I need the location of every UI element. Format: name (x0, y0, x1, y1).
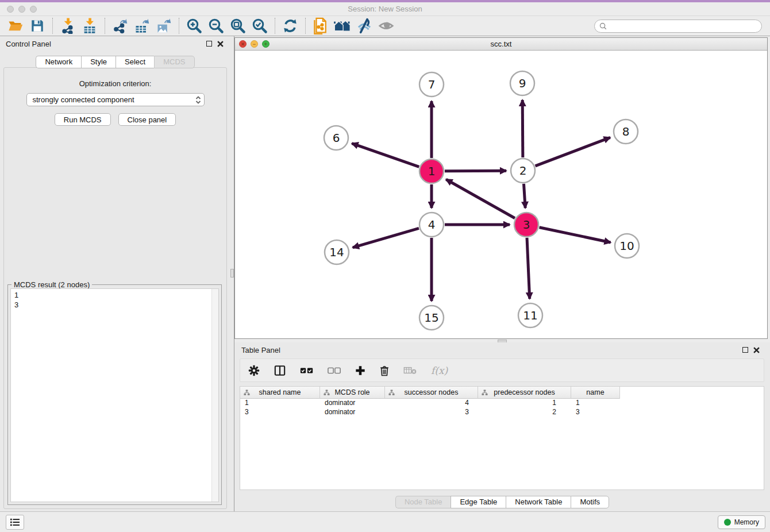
table-cell[interactable]: dominator (320, 408, 385, 417)
table-cell[interactable]: 1 (571, 399, 620, 408)
open-session-button[interactable] (5, 17, 26, 35)
column-header-predecessor-nodes[interactable]: predecessor nodes (478, 387, 571, 399)
run-mcds-button[interactable]: Run MCDS (55, 113, 111, 126)
tab-mcds[interactable]: MCDS (154, 56, 194, 68)
table-row[interactable]: 3dominator323 (240, 408, 764, 417)
delete-column-button[interactable] (379, 365, 390, 376)
table-cell[interactable]: 1 (240, 399, 320, 408)
table-cell[interactable]: 2 (478, 408, 571, 417)
node-table: shared nameMCDS rolesuccessor nodesprede… (240, 386, 764, 490)
tab-node-table[interactable]: Node Table (395, 496, 451, 508)
tab-style[interactable]: Style (81, 56, 116, 68)
edge-1-to-2[interactable] (445, 171, 506, 171)
column-header-successor-nodes[interactable]: successor nodes (385, 387, 478, 399)
column-header-shared-name[interactable]: shared name (240, 387, 320, 399)
edge-2-to-9[interactable] (522, 100, 523, 157)
new-network-from-selection-button[interactable] (310, 17, 332, 35)
search-input[interactable] (610, 22, 757, 30)
graph-node-1[interactable]: 1 (419, 159, 444, 183)
tab-select[interactable]: Select (116, 56, 154, 68)
float-panel-icon[interactable] (742, 347, 748, 353)
import-network-icon (60, 18, 76, 34)
table-row[interactable]: 1dominator411 (240, 399, 764, 408)
export-network-button[interactable] (109, 17, 131, 35)
search-box[interactable] (594, 20, 762, 33)
graph-node-11[interactable]: 11 (518, 303, 542, 327)
result-scrollbar[interactable] (211, 289, 218, 502)
memory-button[interactable]: Memory (718, 515, 765, 529)
memory-label: Memory (734, 518, 759, 526)
graph-node-7[interactable]: 7 (419, 72, 444, 97)
tab-network-table[interactable]: Network Table (506, 496, 571, 508)
edge-3-to-11[interactable] (527, 238, 530, 299)
gear-icon (248, 365, 260, 376)
unselect-all-columns-button[interactable] (328, 367, 341, 374)
toolbar-separator (305, 18, 306, 34)
import-table-button[interactable] (79, 17, 101, 35)
network-graph[interactable]: 7968124314101511 (235, 51, 767, 338)
network-window-titlebar[interactable]: ✕ − + scc.txt (235, 38, 767, 51)
save-session-button[interactable] (26, 17, 48, 35)
apply-layout-button[interactable] (279, 17, 301, 35)
edge-3-to-1[interactable] (446, 179, 515, 218)
graph-node-6[interactable]: 6 (324, 126, 348, 150)
save-icon (30, 18, 45, 33)
mcds-panel: Optimization criterion: strongly connect… (3, 67, 227, 509)
graph-node-10[interactable]: 10 (615, 234, 639, 258)
import-network-button[interactable] (57, 17, 79, 35)
tab-edge-table[interactable]: Edge Table (451, 496, 506, 508)
edge-3-to-10[interactable] (540, 228, 611, 242)
node-label: 4 (428, 218, 436, 232)
edge-1-to-6[interactable] (352, 144, 419, 167)
column-header-name[interactable]: name (571, 387, 620, 399)
table-cell[interactable]: dominator (320, 399, 385, 408)
function-builder-button-disabled: f(x) (431, 365, 448, 376)
graph-node-8[interactable]: 8 (614, 119, 638, 144)
graph-node-4[interactable]: 4 (419, 213, 444, 237)
splitter-handle[interactable] (230, 269, 234, 277)
first-neighbors-button[interactable] (332, 17, 353, 35)
toolbar-separator (275, 18, 275, 34)
graph-node-15[interactable]: 15 (419, 306, 444, 330)
zoom-out-button[interactable] (205, 17, 227, 35)
graph-node-3[interactable]: 3 (514, 213, 538, 237)
zoom-selected-button[interactable] (249, 17, 271, 35)
table-cell[interactable]: 1 (478, 399, 571, 408)
table-toolbar: f(x) (240, 358, 764, 382)
tab-motifs[interactable]: Motifs (571, 496, 609, 508)
criterion-select[interactable]: strongly connected component (26, 93, 205, 106)
column-header-MCDS-role[interactable]: MCDS role (320, 387, 385, 399)
float-panel-icon[interactable] (206, 41, 212, 47)
graph-node-2[interactable]: 2 (511, 159, 535, 183)
checked-boxes-icon (300, 367, 314, 374)
edge-2-to-3[interactable] (523, 184, 525, 208)
node-label: 10 (619, 239, 634, 253)
graph-node-9[interactable]: 9 (510, 71, 534, 95)
select-all-columns-button[interactable] (300, 367, 314, 374)
table-cell[interactable]: 3 (571, 408, 620, 417)
show-column-panel-button[interactable] (274, 365, 286, 376)
graph-node-14[interactable]: 14 (325, 240, 349, 264)
close-panel-icon[interactable] (217, 41, 224, 47)
export-table-button[interactable] (131, 17, 153, 35)
export-image-button[interactable] (153, 17, 175, 35)
edge-4-to-14[interactable] (353, 228, 419, 247)
network-canvas[interactable]: 7968124314101511 (235, 51, 767, 338)
table-cell[interactable]: 3 (240, 408, 320, 417)
show-task-history-button[interactable] (6, 515, 24, 530)
create-column-button[interactable] (355, 365, 365, 376)
zoom-fit-button[interactable] (227, 17, 249, 35)
tab-network[interactable]: Network (36, 56, 81, 68)
zoom-in-button[interactable] (183, 17, 205, 35)
edge-2-to-8[interactable] (536, 137, 610, 166)
birds-eye-view-button[interactable] (375, 17, 397, 35)
vertical-splitter[interactable] (230, 36, 234, 511)
show-graphics-details-button[interactable] (353, 17, 375, 35)
mcds-result-box[interactable]: 13 (10, 288, 219, 502)
table-cell[interactable]: 4 (385, 399, 478, 408)
trash-icon (379, 365, 390, 376)
close-panel-button[interactable]: Close panel (118, 113, 176, 126)
table-cell[interactable]: 3 (385, 408, 478, 417)
table-settings-button[interactable] (248, 365, 260, 376)
close-panel-icon[interactable] (753, 347, 760, 353)
